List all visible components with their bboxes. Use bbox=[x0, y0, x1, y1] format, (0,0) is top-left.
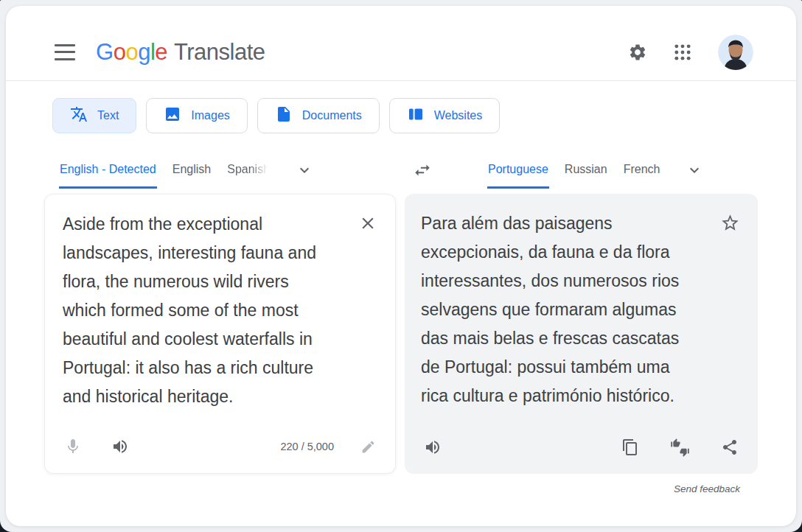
target-toolbar bbox=[405, 427, 758, 474]
share-icon[interactable] bbox=[721, 438, 739, 456]
chevron-down-icon[interactable] bbox=[296, 161, 313, 179]
app-background: Google Translate bbox=[0, 0, 802, 532]
website-icon bbox=[407, 105, 425, 126]
microphone-icon[interactable] bbox=[64, 438, 82, 455]
source-text-panel[interactable]: Aside from the exceptional landscapes, i… bbox=[44, 194, 396, 474]
target-language-tabs: Portuguese Russian French bbox=[449, 152, 758, 189]
rate-translation-icon[interactable] bbox=[670, 438, 690, 458]
character-count: 220 / 5,000 bbox=[280, 441, 334, 452]
translation-panels: Aside from the exceptional landscapes, i… bbox=[6, 194, 796, 474]
close-icon[interactable] bbox=[358, 214, 377, 233]
tab-websites-label: Websites bbox=[434, 109, 483, 122]
tab-images[interactable]: Images bbox=[146, 98, 247, 133]
send-feedback-link[interactable]: Send feedback bbox=[674, 483, 740, 494]
apps-grid-icon[interactable] bbox=[672, 42, 693, 63]
target-lang-french[interactable]: French bbox=[623, 152, 661, 189]
translated-text: Para além das paisagens excepcionais, da… bbox=[405, 194, 714, 410]
translate-app-card: Google Translate bbox=[6, 6, 796, 526]
app-header: Google Translate bbox=[6, 6, 796, 81]
logo-letter: o bbox=[125, 39, 138, 65]
translation-result-panel: Para além das paisagens excepcionais, da… bbox=[405, 194, 758, 474]
source-lang-english[interactable]: English bbox=[172, 152, 212, 189]
speaker-icon[interactable] bbox=[424, 438, 442, 456]
source-toolbar: 220 / 5,000 bbox=[45, 426, 395, 473]
source-language-tabs: English - Detected English Spanish bbox=[44, 152, 396, 189]
tab-documents[interactable]: Documents bbox=[257, 98, 380, 133]
copy-icon[interactable] bbox=[621, 438, 639, 456]
gear-icon[interactable] bbox=[628, 43, 647, 62]
chevron-down-icon[interactable] bbox=[686, 161, 703, 179]
language-bar: English - Detected English Spanish Portu… bbox=[6, 152, 796, 189]
swap-arrows-icon[interactable] bbox=[413, 161, 432, 180]
speaker-icon[interactable] bbox=[111, 438, 129, 455]
document-icon bbox=[275, 105, 293, 126]
logo-letter: o bbox=[114, 39, 126, 65]
target-lang-portuguese[interactable]: Portuguese bbox=[487, 152, 549, 189]
logo-letter: G bbox=[96, 39, 114, 65]
logo-letter: e bbox=[155, 39, 167, 65]
user-avatar[interactable] bbox=[718, 35, 753, 70]
google-translate-logo[interactable]: Google Translate bbox=[96, 39, 265, 66]
translate-icon bbox=[70, 105, 88, 126]
tab-images-label: Images bbox=[191, 109, 229, 122]
pencil-icon[interactable] bbox=[360, 439, 376, 455]
image-icon bbox=[164, 105, 181, 126]
tab-text-label: Text bbox=[97, 109, 119, 122]
tab-documents-label: Documents bbox=[302, 109, 362, 122]
star-outline-icon[interactable] bbox=[720, 213, 740, 233]
logo-letter: g bbox=[138, 39, 150, 65]
hamburger-menu-icon[interactable] bbox=[55, 44, 75, 60]
tab-text[interactable]: Text bbox=[52, 98, 136, 133]
tab-websites[interactable]: Websites bbox=[389, 98, 501, 133]
logo-product-name: Translate bbox=[174, 39, 265, 66]
source-lang-english-detected[interactable]: English - Detected bbox=[59, 152, 157, 189]
source-lang-spanish[interactable]: Spanish bbox=[226, 152, 271, 189]
target-lang-russian[interactable]: Russian bbox=[564, 152, 608, 189]
source-text[interactable]: Aside from the exceptional landscapes, i… bbox=[45, 195, 355, 411]
mode-tabs: Text Images Documents Websites bbox=[52, 98, 796, 133]
